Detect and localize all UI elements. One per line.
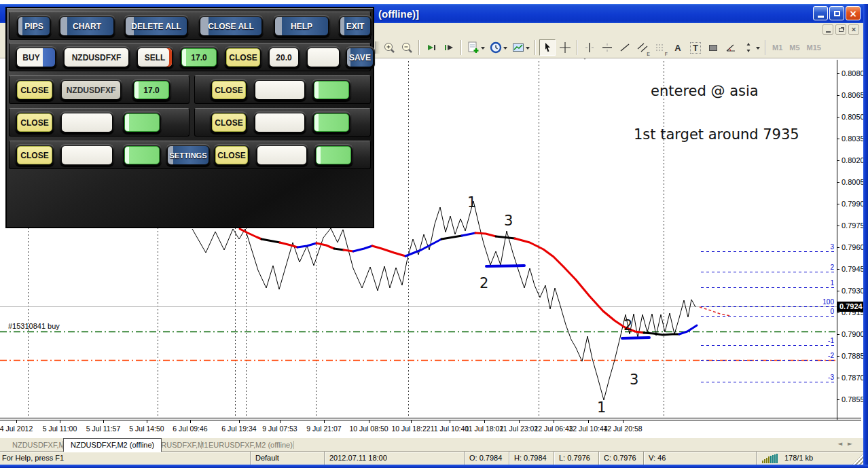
toolbar-separator — [765, 40, 766, 55]
close-slot-2-button[interactable]: CLOSE — [210, 111, 248, 134]
y-tick-label: 0.7885 — [842, 352, 865, 360]
slot-2-indicator[interactable] — [312, 111, 351, 134]
arrows-tool-button[interactable] — [740, 39, 757, 56]
close-order-2-button[interactable]: CLOSE — [15, 111, 54, 134]
order-line-label: #15310841 buy — [8, 322, 60, 330]
x-tick-label: 11 Jul 18:02 — [465, 425, 504, 433]
pips-value-field[interactable]: 20.0 — [268, 46, 300, 69]
close-icon: × — [849, 9, 857, 18]
vertical-line-tool-button[interactable] — [581, 39, 598, 56]
ma-projection-dashed — [700, 307, 730, 316]
angle-icon — [725, 42, 736, 53]
blank-field[interactable] — [306, 46, 341, 69]
fibonacci-tool-button[interactable]: F — [652, 39, 668, 56]
close-order-1-button[interactable]: CLOSE — [15, 79, 54, 101]
restore-button[interactable] — [829, 6, 844, 20]
chart-button[interactable]: CHART — [58, 15, 115, 37]
text-label-tool-button[interactable]: T — [687, 39, 704, 56]
slot-2-field[interactable] — [253, 111, 306, 134]
y-tick-label: 0.8080 — [842, 69, 865, 77]
channel-tool-button[interactable]: E — [634, 39, 651, 56]
resize-grip[interactable] — [852, 454, 863, 465]
save-button[interactable]: SAVE — [345, 46, 375, 69]
pips-button[interactable]: PIPS — [16, 15, 52, 37]
timeframe-m15-button[interactable]: M15 — [807, 43, 821, 52]
angle-tool-button[interactable] — [723, 39, 739, 56]
panel-row-5: CLOSE SETTINGS CLOSE — [9, 141, 371, 169]
panel-row-3-right: CLOSE — [194, 75, 371, 104]
close-button[interactable]: × — [846, 6, 861, 20]
templates-button[interactable] — [510, 39, 526, 56]
close-slot-3-button[interactable]: CLOSE — [213, 144, 250, 166]
mdi-minimize-button[interactable] — [822, 24, 833, 35]
text-tool-button[interactable]: A — [670, 39, 686, 56]
y-tick-label: 0.8035 — [842, 134, 865, 143]
zoom-out-icon — [401, 41, 413, 54]
ma-segment — [297, 243, 317, 247]
mdi-minimize-icon — [826, 31, 831, 33]
exit-button[interactable]: EXIT — [338, 15, 372, 37]
order-2-field[interactable] — [60, 111, 114, 134]
periods-button[interactable] — [488, 39, 504, 56]
status-high: H: 0.7984 — [509, 452, 554, 465]
minimize-button[interactable] — [813, 6, 828, 20]
indicators-button[interactable] — [465, 39, 482, 56]
y-tick-label: 0.8050 — [842, 113, 865, 121]
close-slot-1-button[interactable]: CLOSE — [210, 79, 248, 101]
pivot-label--3: -3 — [828, 374, 834, 381]
sell-button[interactable]: SELL — [136, 46, 174, 69]
close-order-3-button[interactable]: CLOSE — [15, 144, 54, 166]
restore-icon — [834, 11, 840, 16]
delete-all-button[interactable]: DELETE ALL — [124, 15, 189, 37]
x-tick-label: 9 Jul 07:53 — [262, 425, 297, 433]
help-button[interactable]: HELP — [273, 15, 330, 37]
slot-3-field[interactable] — [255, 144, 308, 166]
x-tick-label: 11 Jul 10:40 — [431, 425, 469, 433]
ma-segment — [240, 229, 261, 239]
price-line — [192, 201, 695, 400]
y-tick-label: 0.7975 — [842, 221, 865, 230]
close-button-main[interactable]: CLOSE — [224, 46, 262, 69]
slot-1-indicator[interactable] — [312, 79, 351, 101]
order-2-indicator[interactable] — [122, 111, 162, 134]
slot-3-indicator[interactable] — [314, 144, 353, 166]
ma-segment — [679, 325, 697, 334]
wave-label-1: 1 — [597, 399, 606, 416]
x-tick-label: 12 Jul 06:43 — [534, 425, 573, 433]
order-3-indicator[interactable] — [122, 144, 162, 166]
ma-segment — [317, 243, 334, 249]
y-tick-label: 0.8020 — [842, 156, 865, 164]
auto-scroll-button[interactable] — [423, 39, 439, 56]
minimize-icon — [818, 16, 824, 18]
status-profile[interactable]: Default — [250, 452, 324, 465]
ma-segment — [280, 242, 297, 247]
settings-button[interactable]: SETTINGS — [166, 144, 211, 166]
chart-shift-button[interactable] — [441, 39, 457, 56]
crosshair-tool-button[interactable] — [557, 39, 573, 56]
zoom-in-button[interactable] — [381, 39, 397, 56]
lots-field[interactable]: 17.0 — [179, 46, 219, 69]
shapes-tool-button[interactable] — [705, 39, 721, 56]
close-all-button[interactable]: CLOSE ALL — [198, 15, 264, 37]
text-label-icon: T — [690, 42, 701, 54]
x-tick-label: 5 Jul 11:00 — [43, 425, 77, 433]
horizontal-line-tool-button[interactable] — [599, 39, 615, 56]
timeframe-m1-button[interactable]: M1 — [772, 43, 782, 52]
timeframe-m5-button[interactable]: M5 — [789, 43, 799, 52]
tab-eurusdfxf-m2-offline[interactable]: EURUSDFXF,M2 (offline) — [202, 439, 300, 451]
tab-scroll-arrows[interactable]: ◄► — [837, 440, 858, 447]
cursor-icon — [542, 42, 553, 53]
symbol-field[interactable]: NZDUSDFXF — [62, 46, 130, 69]
cursor-tool-button[interactable] — [539, 39, 556, 56]
order-3-field[interactable] — [60, 144, 114, 166]
mdi-close-button[interactable]: × — [848, 24, 859, 35]
chart-annotation-1: entered @ asia — [651, 83, 759, 99]
zoom-out-button[interactable] — [399, 39, 415, 56]
mdi-restore-button[interactable] — [835, 24, 846, 35]
entry-level-segment — [486, 266, 524, 266]
panel-row-4-left: CLOSE — [9, 108, 189, 137]
trendline-tool-button[interactable] — [617, 39, 633, 56]
slot-1-field[interactable] — [253, 79, 306, 101]
buy-button[interactable]: BUY — [15, 46, 57, 69]
tab-nzdusdfxf-m2-offline[interactable]: NZDUSDFXF,M2 (offline) — [63, 438, 162, 452]
